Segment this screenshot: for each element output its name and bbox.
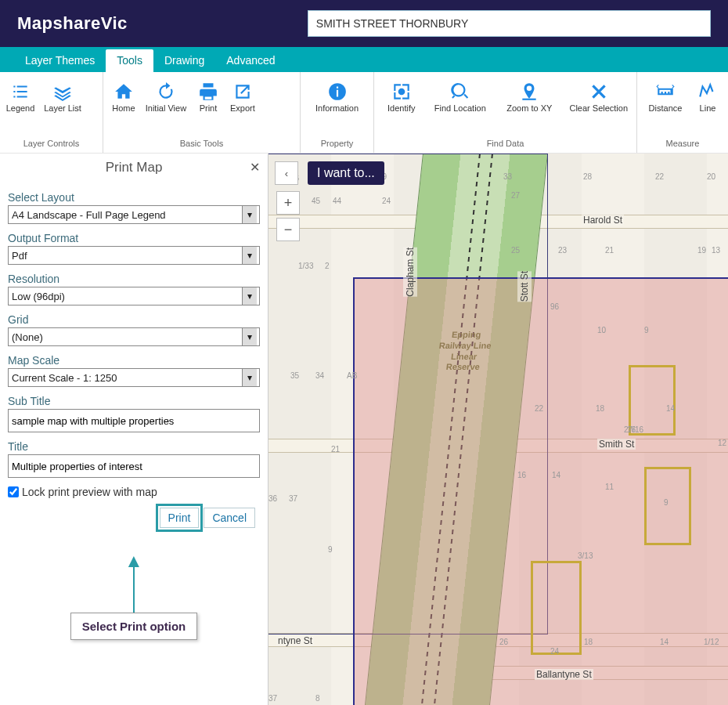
group-layer-controls-label: Layer Controls xyxy=(0,136,103,153)
parcel-num: 37 xyxy=(268,694,277,703)
parcel-num: 24 xyxy=(382,197,391,205)
map-viewport[interactable]: Epping Railway Line Linear Reserve Harol… xyxy=(268,154,728,705)
title-input[interactable] xyxy=(8,454,260,478)
export-icon xyxy=(232,80,253,103)
line-icon xyxy=(697,80,718,103)
tab-layer-themes[interactable]: Layer Themes xyxy=(14,49,106,72)
parcel-num: 2 xyxy=(325,262,330,270)
street-clapham: Clapham St xyxy=(403,248,417,297)
parcel-num: 22 xyxy=(535,404,543,413)
initial-view-button[interactable]: Initial View xyxy=(141,77,191,133)
clear-selection-label: Clear Selection xyxy=(569,103,628,113)
information-button[interactable]: Information xyxy=(304,77,370,133)
home-button[interactable]: Home xyxy=(106,77,141,133)
layout-label: Select Layout xyxy=(8,191,260,204)
print-label: Print xyxy=(200,103,218,113)
search-icon xyxy=(450,80,470,103)
clear-selection-button[interactable]: Clear Selection xyxy=(564,77,633,133)
tab-drawing[interactable]: Drawing xyxy=(153,49,215,72)
layout-select[interactable]: A4 Landscape - Full Page Legend xyxy=(8,205,260,224)
parcel-num: 28 xyxy=(583,172,592,181)
parcel-num: 11 xyxy=(605,483,614,491)
parcel-num: 37 xyxy=(289,494,297,503)
parcel-num: 1/33 xyxy=(298,262,313,270)
parcel-num: 9 xyxy=(328,545,333,554)
lock-preview-input[interactable] xyxy=(8,486,19,497)
legend-button[interactable]: Legend xyxy=(3,77,38,133)
parcel-num: 18 xyxy=(596,404,604,413)
find-location-button[interactable]: Find Location xyxy=(426,77,495,133)
info-icon xyxy=(327,80,348,103)
street-stott: Stott St xyxy=(517,271,532,302)
parcel-num: AB xyxy=(347,371,357,380)
export-button[interactable]: Export xyxy=(225,77,260,133)
print-map-panel: Print Map ✕ Select Layout A4 Landscape -… xyxy=(0,154,268,705)
subtitle-input[interactable] xyxy=(8,409,260,432)
layer-list-button[interactable]: Layer List xyxy=(38,77,88,133)
parcel-num: 16 xyxy=(517,471,526,479)
parcel-num: 35 xyxy=(290,371,299,380)
line-label: Line xyxy=(700,103,716,113)
pin-icon xyxy=(519,80,539,103)
highlight-parcel-3 xyxy=(531,561,582,655)
identify-button[interactable]: Identify xyxy=(377,77,426,133)
map-back-button[interactable]: ‹ xyxy=(275,161,298,185)
subtitle-label: Sub Title xyxy=(8,395,260,407)
distance-button[interactable]: Distance xyxy=(640,77,690,133)
parcel-num: 23 xyxy=(558,246,567,255)
parcel-num: 96 xyxy=(550,302,559,311)
parcel-num: 1/12 xyxy=(704,638,719,646)
parcel-num: 22 xyxy=(655,172,664,181)
i-want-to-button[interactable]: I want to... xyxy=(308,161,384,185)
initial-view-label: Initial View xyxy=(146,103,186,113)
parcel-num: 19 xyxy=(697,246,706,255)
line-button[interactable]: Line xyxy=(690,77,725,133)
map-scale-select[interactable]: Current Scale - 1: 1250 xyxy=(8,368,260,387)
search-input[interactable] xyxy=(308,10,711,37)
lock-preview-checkbox[interactable]: Lock print preview with map xyxy=(8,486,260,498)
group-basic-tools-label: Basic Tools xyxy=(103,136,300,153)
home-icon xyxy=(114,80,134,103)
ribbon-tabs: Layer Themes Tools Drawing Advanced xyxy=(0,47,728,72)
legend-icon xyxy=(10,80,31,103)
arrow-up-icon: ▲ xyxy=(8,551,260,570)
zoom-in-button[interactable]: + xyxy=(276,191,300,215)
find-location-label: Find Location xyxy=(434,103,486,113)
tab-tools[interactable]: Tools xyxy=(106,49,153,72)
parcel-num: 24 xyxy=(550,647,559,656)
parcel-num: 16 xyxy=(627,425,636,434)
parcel-num: 9 xyxy=(664,498,669,507)
identify-icon xyxy=(391,80,412,103)
identify-label: Identify xyxy=(387,103,415,113)
grid-select[interactable]: (None) xyxy=(8,327,260,346)
parcel-num: 21 xyxy=(331,445,340,454)
app-title: MapshareVic xyxy=(17,13,128,34)
parcel-num: 8 xyxy=(315,694,320,703)
resolution-label: Resolution xyxy=(8,273,260,285)
output-format-label: Output Format xyxy=(8,232,260,244)
parcel-num: 45 xyxy=(312,197,320,205)
parcel-num: 33 xyxy=(503,172,512,181)
callout-annotation: ▲ Select Print option xyxy=(8,551,260,640)
parcel-num: 27 xyxy=(511,191,520,200)
print-button[interactable]: Print xyxy=(191,77,225,133)
parcel-num: 36 xyxy=(268,494,277,503)
parcel-num: 26 xyxy=(499,638,508,646)
panel-cancel-button[interactable]: Cancel xyxy=(204,508,255,528)
parcel-num: 9 xyxy=(644,326,649,334)
clear-icon xyxy=(589,80,609,103)
parcel-num: 14 xyxy=(660,638,669,646)
panel-title: Print Map xyxy=(106,160,163,175)
output-format-select[interactable]: Pdf xyxy=(8,246,260,265)
tab-advanced[interactable]: Advanced xyxy=(215,49,286,72)
panel-print-button[interactable]: Print xyxy=(160,508,200,528)
resolution-select[interactable]: Low (96dpi) xyxy=(8,287,260,306)
zoom-out-button[interactable]: − xyxy=(276,218,300,241)
group-property-label: Property xyxy=(301,136,373,153)
zoom-to-xy-button[interactable]: Zoom to XY xyxy=(495,77,564,133)
layers-icon xyxy=(52,80,73,103)
main-split: Print Map ✕ Select Layout A4 Landscape -… xyxy=(0,154,728,705)
panel-close-button[interactable]: ✕ xyxy=(250,160,260,175)
street-smith: Smith St xyxy=(597,439,636,450)
refresh-icon xyxy=(156,80,176,103)
